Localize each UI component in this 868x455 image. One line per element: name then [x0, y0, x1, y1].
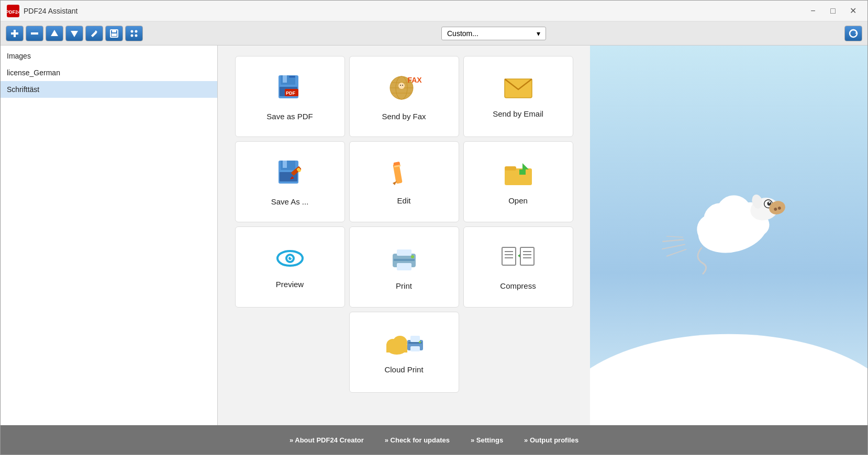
cloud-print-icon [383, 331, 425, 359]
svg-point-27 [398, 83, 405, 89]
svg-marker-46 [522, 163, 529, 169]
svg-rect-73 [410, 346, 420, 351]
svg-line-93 [662, 243, 685, 251]
send-by-fax-button[interactable]: FAX Send by Fax [349, 56, 459, 137]
print-label: Print [396, 281, 412, 290]
move-up-button[interactable] [46, 26, 63, 41]
actions-panel: PDF Save as PDF [218, 46, 590, 425]
svg-text:FAX: FAX [407, 76, 422, 84]
fax-icon: FAX [386, 72, 422, 106]
footer: » About PDF24 Creator » Check for update… [1, 425, 867, 454]
svg-marker-41 [393, 181, 397, 185]
svg-rect-54 [397, 249, 411, 256]
file-item-schrifttest[interactable]: Schrifttäst [1, 81, 217, 98]
save-as-pdf-label: Save as PDF [266, 112, 313, 121]
add-button[interactable] [6, 26, 24, 41]
minimize-button[interactable]: − [805, 4, 821, 18]
svg-point-12 [131, 34, 133, 37]
save-as-pdf-button[interactable]: PDF Save as PDF [235, 56, 345, 137]
cloud-print-label: Cloud Print [384, 365, 423, 374]
about-link[interactable]: » About PDF24 Creator [290, 436, 364, 444]
svg-rect-3 [11, 32, 18, 35]
svg-text:PDF24: PDF24 [7, 9, 19, 15]
app-logo: PDF24 [7, 5, 19, 17]
send-by-fax-label: Send by Fax [382, 112, 426, 121]
save-as-button[interactable]: Save As ... [235, 141, 345, 222]
print-button[interactable]: Print [349, 226, 459, 308]
svg-rect-44 [505, 168, 532, 185]
svg-rect-17 [283, 75, 287, 83]
svg-marker-5 [51, 30, 58, 36]
app-title: PDF24 Assistant [24, 7, 805, 15]
compress-button[interactable]: Compress [463, 226, 573, 308]
send-by-email-label: Send by Email [493, 109, 543, 118]
svg-rect-58 [502, 247, 516, 265]
svg-rect-47 [519, 169, 526, 175]
open-icon [503, 159, 534, 190]
profile-label: Custom... [447, 29, 478, 38]
edit-button[interactable] [85, 26, 103, 41]
mascot-panel [590, 46, 867, 425]
output-profiles-link[interactable]: » Output profiles [524, 436, 578, 444]
svg-point-52 [290, 257, 292, 258]
save-button[interactable] [105, 26, 123, 41]
svg-point-13 [135, 34, 138, 37]
edit-label: Edit [397, 196, 411, 205]
svg-line-94 [666, 249, 686, 256]
updates-link[interactable]: » Check for updates [385, 436, 450, 444]
mascot-image [590, 46, 867, 425]
svg-rect-45 [505, 166, 516, 170]
compress-icon [501, 244, 535, 275]
move-down-button[interactable] [65, 26, 83, 41]
remove-button[interactable] [26, 26, 43, 41]
preview-button[interactable]: Preview [235, 226, 345, 308]
svg-rect-63 [520, 247, 534, 265]
edit-icon [390, 159, 418, 190]
close-button[interactable]: ✕ [844, 4, 861, 18]
svg-point-75 [419, 341, 421, 343]
maximize-button[interactable]: □ [825, 4, 841, 18]
preview-label: Preview [276, 280, 304, 289]
svg-text:PDF: PDF [286, 90, 296, 96]
print-icon [388, 244, 420, 275]
file-item-images[interactable]: Images [1, 48, 217, 64]
svg-point-10 [131, 30, 133, 32]
svg-rect-70 [386, 345, 407, 352]
svg-rect-55 [397, 263, 411, 270]
file-list: Images license_German Schrifttäst [1, 46, 218, 425]
edit-action-button[interactable]: Edit [349, 141, 459, 222]
open-label: Open [508, 196, 528, 205]
profile-area: Custom... ▾ [145, 27, 842, 40]
toolbar: Custom... ▾ [1, 21, 867, 46]
svg-rect-56 [394, 259, 415, 261]
svg-point-29 [402, 85, 403, 86]
svg-marker-6 [71, 31, 78, 37]
title-bar: PDF24 PDF24 Assistant − □ ✕ [1, 1, 867, 21]
svg-point-57 [411, 255, 414, 258]
cloud-print-button[interactable]: Cloud Print [349, 312, 459, 393]
svg-line-92 [663, 236, 683, 245]
svg-point-11 [135, 30, 138, 32]
preview-icon [274, 245, 306, 274]
save-as-label: Save As ... [271, 197, 309, 206]
file-item-license[interactable]: license_German [1, 64, 217, 81]
svg-rect-72 [410, 336, 420, 342]
refresh-button[interactable] [844, 26, 862, 41]
profile-dropdown[interactable]: Custom... ▾ [441, 27, 546, 40]
save-as-icon [274, 157, 306, 191]
extra-button[interactable] [125, 26, 143, 41]
svg-rect-21 [289, 76, 295, 77]
svg-point-28 [400, 85, 401, 86]
main-content: Images license_German Schrifttäst PDF [1, 46, 867, 425]
svg-rect-8 [112, 30, 116, 32]
send-by-email-button[interactable]: Send by Email [463, 56, 573, 137]
chevron-down-icon: ▾ [537, 29, 540, 38]
settings-link[interactable]: » Settings [471, 436, 503, 444]
open-button[interactable]: Open [463, 141, 573, 222]
email-icon [503, 75, 534, 103]
window-controls: − □ ✕ [805, 4, 861, 18]
compress-label: Compress [500, 281, 536, 290]
svg-rect-4 [31, 32, 38, 35]
svg-rect-9 [112, 33, 117, 36]
save-pdf-icon: PDF [274, 72, 306, 106]
